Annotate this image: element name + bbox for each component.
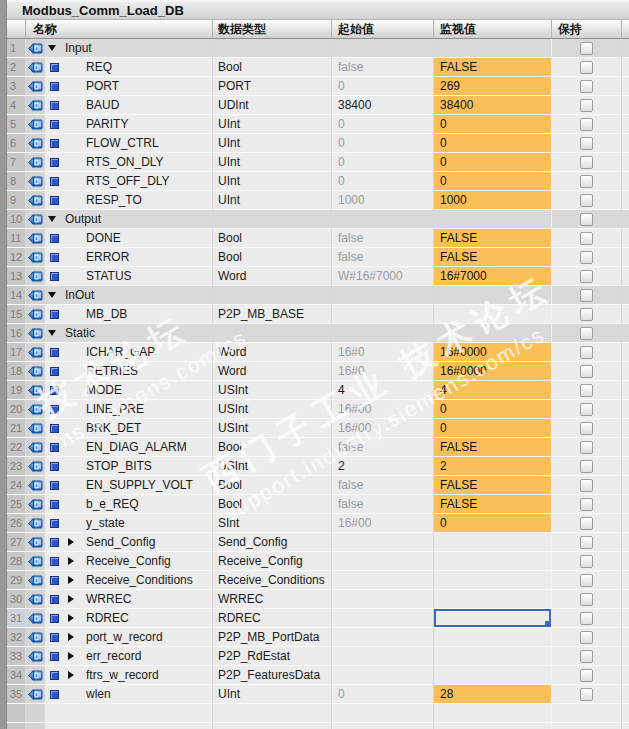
start-value-cell[interactable]: false bbox=[332, 495, 434, 514]
retain-checkbox[interactable] bbox=[580, 536, 593, 549]
row-number-cell[interactable]: 35 bbox=[7, 685, 26, 704]
start-value-cell[interactable]: W#16#7000 bbox=[332, 267, 434, 286]
monitor-value-cell[interactable]: FALSE bbox=[434, 58, 552, 77]
start-value-cell[interactable]: 16#00 bbox=[332, 419, 434, 438]
row-number-cell[interactable]: 11 bbox=[7, 229, 26, 248]
start-value-cell[interactable]: 0 bbox=[332, 685, 434, 704]
retain-checkbox[interactable] bbox=[580, 346, 593, 359]
monitor-value-cell[interactable]: FALSE bbox=[434, 438, 552, 457]
row-number-cell[interactable]: 21 bbox=[7, 419, 26, 438]
monitor-value-cell[interactable]: 0 bbox=[434, 419, 552, 438]
start-value-cell[interactable] bbox=[332, 704, 434, 723]
monitor-value-cell[interactable] bbox=[434, 609, 552, 628]
row-number-cell[interactable]: 12 bbox=[7, 248, 26, 267]
name-cell[interactable]: wlen bbox=[45, 685, 213, 704]
retain-checkbox[interactable] bbox=[580, 251, 593, 264]
start-value-cell[interactable]: 0 bbox=[332, 153, 434, 172]
row-number-cell[interactable]: 30 bbox=[7, 590, 26, 609]
start-value-cell[interactable] bbox=[332, 305, 434, 324]
monitor-value-cell[interactable] bbox=[434, 533, 552, 552]
row-number-cell[interactable]: 6 bbox=[7, 134, 26, 153]
row-number-cell[interactable]: 14 bbox=[7, 286, 26, 305]
name-cell[interactable]: RESP_TO bbox=[45, 191, 213, 210]
row-number-cell[interactable]: 2 bbox=[7, 58, 26, 77]
name-cell[interactable]: y_state bbox=[45, 514, 213, 533]
retain-checkbox[interactable] bbox=[580, 384, 593, 397]
name-cell[interactable]: ICHAR_GAP bbox=[45, 343, 213, 362]
triangle-down-icon[interactable] bbox=[48, 330, 56, 336]
monitor-value-cell[interactable] bbox=[434, 210, 552, 229]
monitor-value-cell[interactable] bbox=[434, 305, 552, 324]
retain-checkbox[interactable] bbox=[580, 270, 593, 283]
triangle-down-icon[interactable] bbox=[48, 292, 56, 298]
row-number-cell[interactable]: 10 bbox=[7, 210, 26, 229]
name-cell[interactable]: RETRIES bbox=[45, 362, 213, 381]
retain-checkbox[interactable] bbox=[580, 574, 593, 587]
monitor-value-cell[interactable]: 38400 bbox=[434, 96, 552, 115]
data-type-cell[interactable]: USInt bbox=[213, 381, 332, 400]
start-value-cell[interactable]: false bbox=[332, 248, 434, 267]
monitor-value-cell[interactable] bbox=[434, 704, 552, 723]
monitor-value-cell[interactable]: FALSE bbox=[434, 248, 552, 267]
retain-checkbox[interactable] bbox=[580, 156, 593, 169]
retain-checkbox[interactable] bbox=[580, 479, 593, 492]
data-type-cell[interactable]: Bool bbox=[213, 476, 332, 495]
data-type-cell[interactable]: USInt bbox=[213, 457, 332, 476]
triangle-right-icon[interactable] bbox=[68, 652, 74, 660]
name-cell[interactable]: LINE_PRE bbox=[45, 400, 213, 419]
monitor-value-cell[interactable]: 0 bbox=[434, 514, 552, 533]
row-number-cell[interactable]: 32 bbox=[7, 628, 26, 647]
triangle-right-icon[interactable] bbox=[68, 614, 74, 622]
start-value-cell[interactable]: 38400 bbox=[332, 96, 434, 115]
name-cell[interactable]: REQ bbox=[45, 58, 213, 77]
triangle-right-icon[interactable] bbox=[68, 633, 74, 641]
monitor-value-cell[interactable]: 2 bbox=[434, 457, 552, 476]
data-type-cell[interactable] bbox=[213, 39, 332, 58]
name-cell[interactable]: EN_DIAG_ALARM bbox=[45, 438, 213, 457]
row-number-cell[interactable]: 33 bbox=[7, 647, 26, 666]
name-cell[interactable]: err_record bbox=[45, 647, 213, 666]
name-cell[interactable]: RTS_ON_DLY bbox=[45, 153, 213, 172]
name-cell[interactable]: PARITY bbox=[45, 115, 213, 134]
name-cell[interactable]: BRK_DET bbox=[45, 419, 213, 438]
row-number-cell[interactable]: 5 bbox=[7, 115, 26, 134]
start-value-cell[interactable]: false bbox=[332, 476, 434, 495]
row-number-cell[interactable]: 15 bbox=[7, 305, 26, 324]
data-type-cell[interactable]: Bool bbox=[213, 248, 332, 267]
name-cell[interactable]: DONE bbox=[45, 229, 213, 248]
monitor-value-cell[interactable]: 16#0000 bbox=[434, 362, 552, 381]
start-value-cell[interactable]: 16#00 bbox=[332, 400, 434, 419]
monitor-value-cell[interactable] bbox=[434, 286, 552, 305]
name-cell[interactable]: STATUS bbox=[45, 267, 213, 286]
start-value-cell[interactable]: 0 bbox=[332, 134, 434, 153]
retain-checkbox[interactable] bbox=[580, 137, 593, 150]
row-number-cell[interactable]: 34 bbox=[7, 666, 26, 685]
data-type-cell[interactable]: Send_Config bbox=[213, 533, 332, 552]
retain-checkbox[interactable] bbox=[580, 175, 593, 188]
retain-checkbox[interactable] bbox=[580, 631, 593, 644]
row-number-cell[interactable]: 1 bbox=[7, 39, 26, 58]
monitor-value-cell[interactable]: 0 bbox=[434, 134, 552, 153]
start-value-cell[interactable]: 1000 bbox=[332, 191, 434, 210]
monitor-value-cell[interactable]: FALSE bbox=[434, 476, 552, 495]
data-type-cell[interactable] bbox=[213, 704, 332, 723]
retain-checkbox[interactable] bbox=[580, 289, 593, 302]
row-number-cell[interactable]: 16 bbox=[7, 324, 26, 343]
retain-checkbox[interactable] bbox=[580, 422, 593, 435]
start-value-cell[interactable] bbox=[332, 647, 434, 666]
data-type-cell[interactable]: UDInt bbox=[213, 96, 332, 115]
monitor-value-cell[interactable] bbox=[434, 628, 552, 647]
row-number-cell[interactable]: 24 bbox=[7, 476, 26, 495]
monitor-value-cell[interactable] bbox=[434, 723, 552, 729]
data-type-cell[interactable]: P2P_RdEstat bbox=[213, 647, 332, 666]
name-cell[interactable]: EN_SUPPLY_VOLT bbox=[45, 476, 213, 495]
start-value-cell[interactable] bbox=[332, 666, 434, 685]
monitor-value-cell[interactable] bbox=[434, 39, 552, 58]
data-type-cell[interactable]: UInt bbox=[213, 153, 332, 172]
triangle-right-icon[interactable] bbox=[68, 576, 74, 584]
data-type-cell[interactable]: Word bbox=[213, 362, 332, 381]
start-value-cell[interactable] bbox=[332, 39, 434, 58]
monitor-value-cell[interactable] bbox=[434, 666, 552, 685]
monitor-value-cell[interactable]: 4 bbox=[434, 381, 552, 400]
start-value-cell[interactable] bbox=[332, 533, 434, 552]
